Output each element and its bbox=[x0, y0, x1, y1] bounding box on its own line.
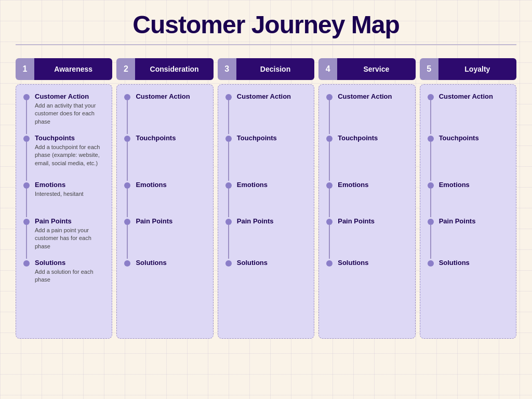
row-item-5-2: Emotions bbox=[427, 181, 510, 217]
timeline-dot bbox=[124, 260, 130, 267]
timeline-container bbox=[325, 259, 334, 267]
timeline-line bbox=[127, 225, 128, 259]
timeline-dot bbox=[428, 260, 434, 267]
item-content: Customer Action bbox=[338, 92, 408, 106]
item-title: Touchpoints bbox=[35, 134, 105, 142]
row-item-1-3: Pain PointsAdd a pain point your custome… bbox=[22, 217, 105, 259]
timeline-container bbox=[123, 134, 131, 181]
timeline-container bbox=[427, 181, 435, 217]
timeline-container bbox=[22, 134, 31, 181]
row-item-3-3: Pain Points bbox=[224, 217, 308, 259]
title-underline bbox=[16, 44, 516, 45]
timeline-container bbox=[427, 259, 435, 267]
timeline-container bbox=[22, 181, 31, 217]
timeline-dot bbox=[124, 219, 130, 225]
row-item-1-4: SolutionsAdd a solution for each phase bbox=[22, 259, 105, 288]
timeline-dot bbox=[124, 182, 130, 189]
row-item-2-0: Customer Action bbox=[123, 92, 206, 134]
item-title: Touchpoints bbox=[237, 134, 308, 142]
timeline-container bbox=[123, 92, 131, 134]
row-item-2-1: Touchpoints bbox=[123, 134, 206, 181]
column-number-3: 3 bbox=[218, 58, 236, 80]
item-content: SolutionsAdd a solution for each phase bbox=[35, 259, 105, 288]
item-title: Customer Action bbox=[237, 92, 308, 100]
row-item-4-0: Customer Action bbox=[325, 92, 408, 134]
column-body-5: Customer ActionTouchpointsEmotionsPain P… bbox=[420, 84, 516, 339]
timeline-dot bbox=[326, 182, 332, 189]
timeline-line bbox=[228, 225, 229, 259]
item-title: Touchpoints bbox=[439, 134, 510, 142]
timeline-dot bbox=[428, 94, 434, 100]
item-title: Touchpoints bbox=[136, 134, 206, 142]
item-title: Pain Points bbox=[35, 217, 105, 225]
timeline-container bbox=[224, 217, 233, 259]
row-item-4-2: Emotions bbox=[325, 181, 408, 217]
column-1: 1AwarenessCustomer ActionAdd an activity… bbox=[16, 58, 112, 339]
timeline-line bbox=[430, 142, 431, 181]
timeline-line bbox=[26, 189, 27, 217]
timeline-line bbox=[26, 100, 27, 134]
item-desc: Add a pain point your customer has for e… bbox=[35, 227, 105, 250]
column-2: 2ConsiderationCustomer ActionTouchpoints… bbox=[116, 58, 213, 339]
timeline-line bbox=[430, 189, 431, 217]
item-title: Solutions bbox=[35, 259, 105, 267]
row-item-1-2: EmotionsInterested, hesitant bbox=[22, 181, 105, 217]
timeline-line bbox=[329, 100, 330, 134]
timeline-line bbox=[228, 189, 229, 217]
item-title: Customer Action bbox=[35, 92, 105, 100]
row-item-5-1: Touchpoints bbox=[427, 134, 510, 181]
timeline-container bbox=[224, 92, 233, 134]
row-item-3-4: Solutions bbox=[224, 259, 308, 272]
timeline-dot bbox=[428, 182, 434, 189]
item-title: Emotions bbox=[237, 181, 308, 189]
item-title: Solutions bbox=[338, 259, 408, 267]
column-5: 5LoyaltyCustomer ActionTouchpointsEmotio… bbox=[420, 58, 516, 339]
timeline-container bbox=[427, 134, 435, 181]
row-item-5-3: Pain Points bbox=[427, 217, 510, 259]
timeline-line bbox=[228, 142, 229, 181]
item-title: Touchpoints bbox=[338, 134, 408, 142]
item-title: Emotions bbox=[439, 181, 510, 189]
item-content: Emotions bbox=[136, 181, 206, 194]
item-content: Touchpoints bbox=[136, 134, 206, 148]
timeline-dot bbox=[23, 219, 30, 225]
item-title: Customer Action bbox=[338, 92, 408, 100]
row-item-5-4: Solutions bbox=[427, 259, 510, 272]
item-content: Emotions bbox=[237, 181, 308, 194]
timeline-dot bbox=[225, 260, 232, 267]
item-title: Pain Points bbox=[136, 217, 206, 225]
item-title: Customer Action bbox=[136, 92, 206, 100]
column-3: 3DecisionCustomer ActionTouchpointsEmoti… bbox=[218, 58, 314, 339]
item-content: Solutions bbox=[136, 259, 206, 272]
item-title: Pain Points bbox=[439, 217, 510, 225]
timeline-dot bbox=[326, 136, 332, 142]
timeline-dot bbox=[225, 182, 232, 189]
column-body-3: Customer ActionTouchpointsEmotionsPain P… bbox=[218, 84, 314, 339]
item-content: Emotions bbox=[439, 181, 510, 194]
timeline-container bbox=[224, 181, 233, 217]
timeline-dot bbox=[326, 260, 332, 267]
item-content: TouchpointsAdd a touchpoint for each pha… bbox=[35, 134, 105, 171]
row-item-1-1: TouchpointsAdd a touchpoint for each pha… bbox=[22, 134, 105, 181]
timeline-container bbox=[325, 134, 334, 181]
item-content: Pain Points bbox=[439, 217, 510, 231]
item-desc: Interested, hesitant bbox=[35, 190, 105, 198]
timeline-container bbox=[427, 92, 435, 134]
item-title: Pain Points bbox=[237, 217, 308, 225]
item-content: Pain Points bbox=[338, 217, 408, 231]
row-item-2-2: Emotions bbox=[123, 181, 206, 217]
row-item-4-4: Solutions bbox=[325, 259, 408, 272]
timeline-dot bbox=[23, 94, 30, 100]
item-content: Solutions bbox=[338, 259, 408, 272]
timeline-line bbox=[26, 142, 27, 181]
column-label-5: Loyalty bbox=[438, 58, 516, 80]
column-label-2: Consideration bbox=[135, 58, 213, 80]
row-item-4-3: Pain Points bbox=[325, 217, 408, 259]
timeline-dot bbox=[428, 136, 434, 142]
timeline-container bbox=[123, 181, 131, 217]
item-title: Emotions bbox=[136, 181, 206, 189]
column-body-1: Customer ActionAdd an activity that your… bbox=[16, 84, 112, 339]
column-number-4: 4 bbox=[318, 58, 337, 80]
column-header-2: 2Consideration bbox=[116, 58, 213, 80]
row-item-3-0: Customer Action bbox=[224, 92, 308, 134]
